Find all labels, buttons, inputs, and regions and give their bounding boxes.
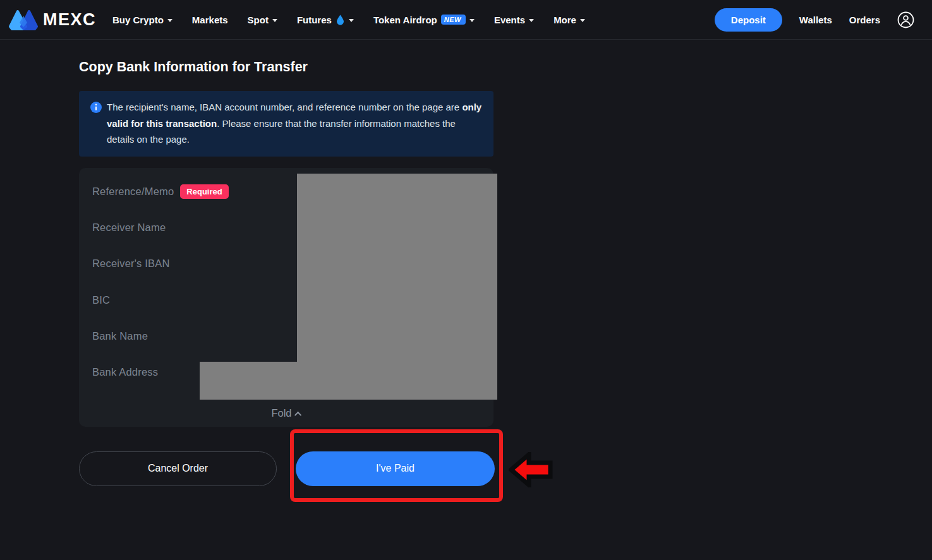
info-banner-text: The recipient's name, IBAN account numbe… [107, 99, 482, 148]
nav-events-label: Events [494, 15, 525, 25]
chevron-down-icon [167, 19, 172, 22]
bank-address-label: Bank Address [92, 366, 158, 378]
receiver-iban-label: Receiver's IBAN [92, 258, 170, 270]
bank-info-card: Reference/Memo Required Receiver Name Re… [79, 168, 493, 427]
nav-spot[interactable]: Spot [248, 15, 277, 25]
nav-more-label: More [554, 15, 576, 25]
chevron-down-icon [580, 19, 585, 22]
chevron-down-icon [349, 19, 354, 22]
chevron-down-icon [272, 19, 277, 22]
fold-label: Fold [271, 407, 291, 419]
chevron-up-icon [294, 411, 301, 418]
nav-buy-crypto-label: Buy Crypto [112, 15, 164, 25]
nav-markets-label: Markets [192, 15, 228, 25]
main-content: Copy Bank Information for Transfer The r… [0, 59, 572, 518]
info-icon [90, 102, 102, 148]
nav-markets[interactable]: Markets [192, 15, 228, 25]
required-badge: Required [180, 184, 228, 199]
profile-icon[interactable] [897, 11, 914, 28]
annotation-arrow-left-icon [509, 452, 554, 490]
deposit-button[interactable]: Deposit [715, 8, 782, 32]
new-badge: NEW [441, 15, 466, 25]
nav-spot-label: Spot [248, 15, 269, 25]
nav-orders[interactable]: Orders [849, 15, 880, 25]
mexc-logo[interactable]: MEXC [9, 8, 96, 32]
nav-right-cluster: Deposit Wallets Orders [715, 8, 914, 32]
nav-token-airdrop[interactable]: Token Airdrop NEW [373, 15, 475, 25]
nav-token-airdrop-label: Token Airdrop [373, 15, 437, 25]
fold-toggle[interactable]: Fold [79, 407, 493, 419]
page-title: Copy Bank Information for Transfer [79, 59, 572, 75]
mexc-mountains-icon [9, 8, 38, 32]
bank-name-label: Bank Name [92, 330, 148, 342]
nav-buy-crypto[interactable]: Buy Crypto [112, 15, 172, 25]
info-banner: The recipient's name, IBAN account numbe… [79, 91, 493, 157]
chevron-down-icon [529, 19, 534, 22]
nav-wallets[interactable]: Wallets [799, 15, 832, 25]
reference-memo-label: Reference/Memo [92, 186, 174, 198]
nav-futures-label: Futures [297, 15, 332, 25]
mexc-wordmark: MEXC [43, 10, 96, 30]
chevron-down-icon [469, 19, 475, 22]
nav-more[interactable]: More [554, 15, 585, 25]
notice-part1: The recipient's name, IBAN account numbe… [107, 102, 462, 112]
nav-futures[interactable]: Futures [297, 15, 354, 25]
action-buttons-row: Cancel Order I've Paid [79, 429, 651, 518]
receiver-name-label: Receiver Name [92, 222, 166, 234]
nav-events[interactable]: Events [494, 15, 534, 25]
main-menu: Buy Crypto Markets Spot Futures Token Ai… [112, 15, 585, 25]
droplet-icon [336, 15, 345, 25]
bic-label: BIC [92, 294, 110, 306]
ive-paid-button[interactable]: I've Paid [296, 451, 495, 486]
cancel-order-button[interactable]: Cancel Order [79, 451, 277, 486]
redaction-overlay-main [297, 174, 497, 400]
top-navigation: MEXC Buy Crypto Markets Spot Futures Tok… [0, 0, 932, 40]
redaction-overlay-extension [200, 362, 297, 400]
